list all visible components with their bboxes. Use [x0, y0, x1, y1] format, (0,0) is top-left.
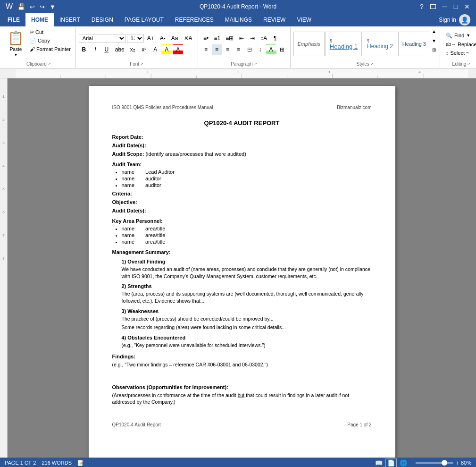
maximize-button[interactable]: □ [451, 1, 461, 12]
font-name-select[interactable]: Arial [79, 34, 126, 42]
clear-formatting-btn[interactable]: ✕A [182, 33, 195, 43]
zoom-level: 80% [461, 460, 471, 466]
cut-button[interactable]: ✂ Cut [28, 28, 73, 36]
tab-insert[interactable]: INSERT [54, 13, 86, 26]
list-item: name Lead Auditor [122, 169, 372, 175]
clipboard-expand-icon[interactable]: ↗ [48, 62, 51, 66]
web-layout-btn[interactable]: 🌐 [400, 459, 407, 467]
save-button[interactable]: 💾 [16, 2, 27, 11]
style-heading1[interactable]: ¶ Heading 1 [326, 32, 362, 56]
editing-expand-icon[interactable]: ↗ [467, 62, 470, 66]
multilevel-btn[interactable]: ≡⊞ [223, 33, 236, 43]
clipboard-small-buttons: ✂ Cut 📄 Copy 🖌 Format Painter [28, 28, 73, 59]
audit-team-heading: Audit Team: [112, 161, 372, 167]
tab-page-layout[interactable]: PAGE LAYOUT [119, 13, 169, 26]
window-title: QP1020-4 Audit Report - Word [59, 3, 417, 10]
weaknesses-content1: The practice of (process) should be corr… [122, 315, 372, 323]
find-button[interactable]: 🔍 Find ▼ [443, 32, 476, 40]
tab-design[interactable]: DESIGN [86, 13, 119, 26]
show-marks-btn[interactable]: ¶ [270, 33, 280, 43]
underline-button[interactable]: U [101, 44, 112, 55]
strikethrough-btn[interactable]: abc [113, 44, 126, 55]
findings-content: (e.g., "Two minor findings – reference C… [112, 361, 372, 368]
member-name: name [122, 169, 135, 175]
report-date-field: Report Date: [112, 134, 372, 140]
zoom-slider[interactable] [416, 462, 453, 464]
replace-button[interactable]: ab→ Replace [443, 41, 476, 48]
align-left-btn[interactable]: ≡ [201, 44, 211, 55]
paste-button[interactable]: 📋 Paste ▼ [5, 28, 27, 59]
style-heading2[interactable]: ¶ Heading 2 [363, 32, 397, 56]
key-person-name: name [122, 232, 135, 238]
style-emphasis[interactable]: Emphasis [293, 32, 325, 56]
styles-scroll-down-btn[interactable]: ▼ [431, 38, 437, 44]
indent-btn[interactable]: ⊟ [244, 44, 255, 55]
help-button[interactable]: ? [417, 1, 427, 12]
tab-file[interactable]: FILE [2, 13, 25, 26]
font-expand-icon[interactable]: ↗ [140, 62, 143, 66]
styles-label: Styles ↗ [357, 60, 374, 68]
bullets-btn[interactable]: ≡• [201, 33, 211, 43]
increase-font-btn[interactable]: A+ [145, 33, 157, 43]
tab-mailings[interactable]: MAILINGS [219, 13, 258, 26]
zoom-in-btn[interactable]: + [455, 459, 459, 467]
list-item: name area/title [122, 239, 372, 245]
tab-review[interactable]: REVIEW [258, 13, 291, 26]
list-item: name auditor [122, 182, 372, 188]
text-effects-btn[interactable]: A [150, 44, 160, 55]
close-button[interactable]: ✕ [462, 1, 472, 12]
management-summary-heading: Management Summary: [112, 249, 372, 255]
page-info: PAGE 1 OF 2 [5, 460, 36, 466]
editing-label: Editing ↗ [452, 60, 471, 68]
sort-btn[interactable]: ↕A [258, 33, 269, 43]
bold-button[interactable]: B [79, 44, 89, 55]
increase-indent-btn[interactable]: ⇥ [247, 33, 258, 43]
format-painter-button[interactable]: 🖌 Format Painter [28, 45, 73, 53]
minimize-button[interactable]: ─ [439, 1, 450, 12]
zoom-out-btn[interactable]: − [410, 459, 414, 467]
doc-header-left: ISO 9001 QMS Policies and Procedures Man… [112, 105, 213, 110]
line-spacing-btn[interactable]: ↕ [255, 44, 266, 55]
styles-expand-btn[interactable]: ⊞ [431, 47, 437, 53]
borders-btn[interactable]: ⊞ [277, 44, 287, 55]
read-mode-btn[interactable]: 📖 [375, 459, 383, 467]
numbering-btn[interactable]: ≡1 [212, 33, 223, 43]
font-size-select[interactable]: 12 [127, 34, 144, 42]
doc-footer: QP1020-4 Audit Report Page 1 of 2 [112, 420, 372, 427]
restore-button[interactable]: 🗖 [428, 1, 438, 12]
justify-btn[interactable]: ≡ [234, 44, 244, 55]
subscript-btn[interactable]: x₂ [127, 44, 138, 55]
tab-home[interactable]: HOME [25, 13, 54, 26]
member-name: name [122, 176, 135, 181]
member-name: name [122, 182, 135, 188]
undo-button[interactable]: ↩ [28, 2, 37, 11]
decrease-font-btn[interactable]: A- [158, 33, 168, 43]
styles-scroll-up-btn[interactable]: ▲ [431, 28, 437, 34]
shading-btn[interactable]: A [266, 44, 276, 55]
more-button[interactable]: ▼ [48, 2, 58, 11]
tab-view[interactable]: VIEW [291, 13, 317, 26]
align-right-btn[interactable]: ≡ [223, 44, 233, 55]
tab-references[interactable]: REFERENCES [169, 13, 219, 26]
word-count: 216 WORDS [42, 460, 72, 466]
vertical-ruler: 1 2 3 4 5 6 7 8 [0, 78, 8, 458]
find-arrow-icon: ▼ [466, 33, 470, 38]
paragraph-expand-icon[interactable]: ↗ [254, 62, 257, 66]
styles-expand-icon[interactable]: ↗ [370, 62, 374, 66]
align-center-btn[interactable]: ≡ [212, 44, 222, 55]
highlight-color-btn[interactable]: A [161, 44, 172, 55]
language-icon[interactable]: 📝 [77, 460, 84, 466]
font-color-btn[interactable]: A [173, 44, 183, 55]
select-button[interactable]: ↕ Select ~ [443, 49, 476, 57]
document-area[interactable]: ISO 9001 QMS Policies and Procedures Man… [8, 78, 476, 458]
italic-button[interactable]: I [90, 44, 100, 55]
copy-button[interactable]: 📄 Copy [28, 37, 73, 45]
change-case-btn[interactable]: Aa [169, 33, 181, 43]
decrease-indent-btn[interactable]: ⇤ [236, 33, 247, 43]
zoom-thumb [442, 460, 447, 466]
style-heading3[interactable]: Heading 3 [398, 32, 430, 56]
zoom-control: − + 80% [410, 459, 471, 467]
superscript-btn[interactable]: x² [139, 44, 149, 55]
redo-button[interactable]: ↪ [38, 2, 47, 11]
print-layout-btn[interactable]: 📄 [385, 459, 397, 467]
